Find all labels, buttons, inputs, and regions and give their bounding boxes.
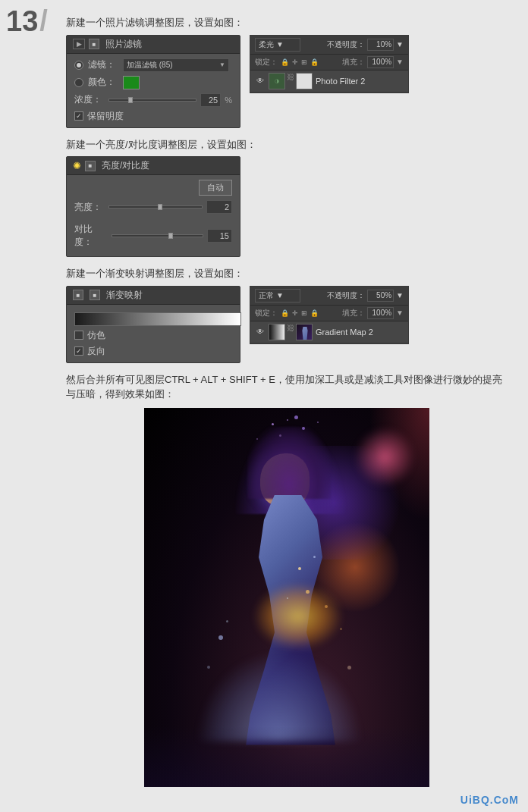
fill-value-1[interactable]: 100%: [367, 56, 394, 68]
fill-arrow-1: ▼: [396, 58, 404, 66]
density-unit: %: [225, 96, 232, 105]
layers-toolbar-2: 正常 ▼ 不透明度： 50% ▼: [250, 287, 408, 306]
gradient-map-layers: 正常 ▼ 不透明度： 50% ▼ 锁定： 🔒 ✛: [250, 286, 409, 344]
lock-icon-2[interactable]: 🔒: [281, 309, 289, 317]
layer-mask-1: [296, 73, 313, 89]
brightness-value[interactable]: 2: [206, 200, 232, 214]
color-row: 颜色：: [74, 76, 232, 89]
lock-icons-2: 锁定： 🔒 ✛ ⊞ 🔒: [255, 308, 319, 318]
luminosity-row: ✓ 保留明度: [74, 110, 232, 123]
gmap-icon: ■: [73, 290, 83, 300]
dither-checkbox[interactable]: [74, 331, 83, 340]
density-slider[interactable]: [108, 99, 196, 102]
eye-icon-2[interactable]: 👁: [255, 327, 266, 337]
move-icon-1[interactable]: ✛: [292, 58, 298, 66]
density-value[interactable]: 25: [200, 93, 221, 107]
color-swatch[interactable]: [123, 76, 140, 89]
section4-instruction: 然后合并所有可见图层CTRL + ALT + SHIFT + E，使用加深工具或…: [66, 372, 508, 402]
opacity-container-2: 不透明度： 50% ▼: [327, 290, 404, 302]
gradient-map-panel: ■ ■ 渐变映射 仿色 ✓: [66, 286, 240, 363]
brightness-title: 亮度/对比度: [102, 159, 149, 172]
blend-mode-label-2: 正常: [259, 290, 274, 301]
photo-filter-body: 滤镜： 加温滤镜 (85) ▼ 颜色： 浓度：: [67, 54, 240, 127]
dither-label: 仿色: [87, 329, 105, 342]
gradient-map-body: 仿色 ✓ 反向: [67, 305, 240, 362]
lock3-icon-1[interactable]: 🔒: [310, 58, 319, 66]
brightness-slider[interactable]: [108, 205, 203, 208]
figure: [181, 438, 393, 757]
photo-filter-header: ▶ ■ 照片滤镜: [67, 36, 240, 54]
fill-value-2[interactable]: 100%: [367, 307, 394, 319]
adj-icon-3: ■: [90, 290, 100, 300]
filter-label: 滤镜：: [88, 58, 118, 71]
color-radio[interactable]: [74, 78, 83, 87]
lock-row-2: 锁定： 🔒 ✛ ⊞ 🔒 填充： 100% ▼: [250, 306, 408, 321]
sp-5: [325, 605, 328, 608]
final-image-container: [66, 408, 508, 787]
opacity-arrow-1: ▼: [396, 40, 404, 49]
step-number: 13 /: [0, 0, 53, 42]
layer-mask-2: [296, 324, 313, 340]
thumb-group-2: ⛓: [269, 324, 313, 340]
density-row: 浓度： 25 %: [74, 93, 232, 107]
camera-icon: ▶: [73, 39, 85, 49]
gradient-bar[interactable]: [74, 312, 241, 326]
particle-1: [272, 423, 274, 425]
layer-item-1[interactable]: 👁 ◑ ⛓ Photo Filter 2: [250, 71, 408, 92]
lock-label-1: 锁定：: [255, 57, 278, 67]
step-slash: /: [39, 5, 48, 37]
layer-name-2: Gradient Map 2: [316, 328, 404, 337]
contrast-slider[interactable]: [112, 234, 203, 237]
lock3-icon-2[interactable]: 🔒: [310, 309, 319, 317]
lock2-icon-2[interactable]: ⊞: [301, 309, 307, 317]
photo-filter-row: ▶ ■ 照片滤镜 滤镜： 加温滤镜 (85): [66, 35, 508, 128]
opacity-label-1: 不透明度：: [327, 39, 365, 50]
contrast-slider-row: 对比度： 15: [74, 223, 232, 249]
layer-name-1: Photo Filter 2: [316, 77, 404, 86]
lock-label-2: 锁定：: [255, 308, 278, 318]
particle-7: [294, 415, 298, 419]
luminosity-checkbox[interactable]: ✓: [74, 111, 83, 121]
adj-icon: ■: [89, 39, 99, 49]
sp-2: [313, 556, 316, 558]
lock-icon-1[interactable]: 🔒: [281, 58, 289, 66]
contrast-thumb: [168, 233, 173, 239]
opacity-container-1: 不透明度： 10% ▼: [327, 39, 404, 51]
opacity-label-2: 不透明度：: [327, 290, 365, 301]
move-icon-2[interactable]: ✛: [292, 309, 298, 317]
opacity-value-1[interactable]: 10%: [367, 39, 394, 51]
opacity-value-2[interactable]: 50%: [367, 290, 394, 302]
bottom-fade: [144, 726, 429, 787]
gradient-map-title-row: ■ ■ 渐变映射: [73, 289, 143, 302]
lock-icons-1: 锁定： 🔒 ✛ ⊞ 🔒: [255, 57, 319, 67]
section2-instruction: 新建一个亮度/对比度调整图层，设置如图：: [66, 137, 508, 152]
dither-row: 仿色: [74, 329, 232, 342]
section3-block: 新建一个渐变映射调整图层，设置如图： ■ ■ 渐变映射: [66, 266, 508, 363]
brightness-header: ✺ ■ 亮度/对比度: [67, 157, 240, 175]
blend-mode-arrow-2: ▼: [276, 291, 284, 299]
filter-radio[interactable]: [74, 61, 83, 70]
section1-block: 新建一个照片滤镜调整图层，设置如图： ▶ ■ 照片滤镜: [66, 15, 508, 128]
lock2-icon-1[interactable]: ⊞: [301, 58, 307, 66]
filter-dropdown[interactable]: 加温滤镜 (85) ▼: [123, 58, 229, 72]
contrast-value[interactable]: 15: [207, 229, 232, 243]
check-icon: ✓: [76, 112, 82, 120]
auto-button[interactable]: 自动: [199, 180, 232, 196]
filter-type-row: 滤镜： 加温滤镜 (85) ▼: [74, 58, 232, 72]
main-content: 新建一个照片滤镜调整图层，设置如图： ▶ ■ 照片滤镜: [9, 8, 519, 810]
blend-mode-2[interactable]: 正常 ▼: [255, 289, 300, 303]
density-thumb: [128, 97, 133, 103]
watermark: UiBQ.CoM: [460, 794, 519, 806]
particle-4: [317, 422, 319, 423]
blend-mode-1[interactable]: 柔光 ▼: [255, 38, 300, 52]
reverse-checkbox[interactable]: ✓: [74, 346, 83, 356]
filter-radio-dot: [77, 63, 81, 67]
page-container: 13 / 新建一个照片滤镜调整图层，设置如图： ▶ ■ 照片滤镜: [0, 0, 528, 812]
final-image: [144, 408, 429, 787]
chain-icon-2: ⛓: [287, 324, 294, 340]
reverse-check-icon: ✓: [76, 347, 82, 355]
section4-block: 然后合并所有可见图层CTRL + ALT + SHIFT + E，使用加深工具或…: [66, 372, 508, 787]
layer-item-2[interactable]: 👁 ⛓ Gradient Map 2: [250, 321, 408, 343]
step-num: 13: [6, 7, 38, 36]
eye-icon-1[interactable]: 👁: [255, 76, 266, 86]
